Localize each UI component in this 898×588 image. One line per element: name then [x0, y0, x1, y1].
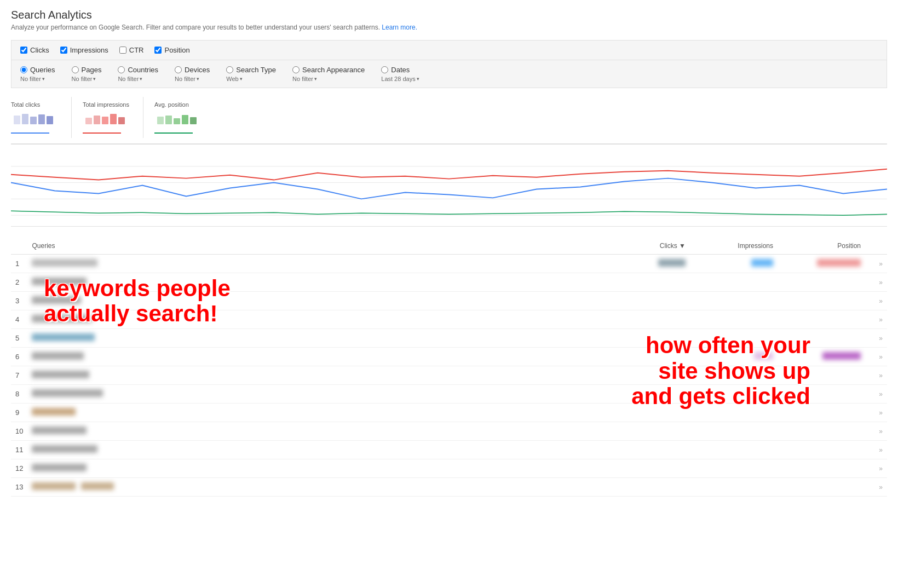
table-row: 4 » [11, 310, 887, 329]
row-number: 2 [11, 273, 27, 292]
filter-dates[interactable]: Dates Last 28 days ▾ [381, 66, 419, 82]
clicks-checkbox[interactable]: Clicks [20, 46, 49, 54]
filter-countries[interactable]: Countries No filter ▾ [118, 66, 158, 82]
table-row: 5 » [11, 329, 887, 348]
position-cell [778, 403, 865, 422]
table-row: 13 » [11, 478, 887, 497]
impressions-cell [690, 292, 778, 310]
table-row: 7 » [11, 366, 887, 385]
position-cell [778, 478, 865, 497]
query-cell [27, 403, 602, 422]
filter-pages[interactable]: Pages No filter ▾ [72, 66, 102, 82]
row-number: 12 [11, 459, 27, 478]
row-chevron[interactable]: » [865, 348, 887, 366]
table-row: 10 » [11, 422, 887, 441]
row-chevron[interactable]: » [865, 366, 887, 385]
position-cell [778, 366, 865, 385]
row-number: 10 [11, 422, 27, 441]
data-table: Queries Clicks ▼ Impressions Position 1 … [11, 238, 887, 497]
svg-rect-4 [47, 116, 53, 124]
clicks-cell [602, 366, 690, 385]
row-chevron[interactable]: » [865, 441, 887, 459]
stats-cards: Total clicks Total impressions Avg. [11, 97, 887, 145]
position-cell [778, 348, 865, 366]
row-number: 13 [11, 478, 27, 497]
filter-devices[interactable]: Devices No filter ▾ [175, 66, 210, 82]
svg-rect-10 [157, 117, 164, 124]
impressions-cell [690, 422, 778, 441]
clicks-cell [602, 441, 690, 459]
query-cell [27, 385, 602, 403]
position-cell [778, 385, 865, 403]
table-row: 12 » [11, 459, 887, 478]
svg-rect-1 [22, 114, 28, 124]
position-cell [778, 329, 865, 348]
clicks-cell [602, 422, 690, 441]
svg-rect-12 [174, 118, 180, 124]
position-checkbox[interactable]: Position [154, 46, 189, 54]
impressions-cell [690, 348, 778, 366]
svg-rect-8 [110, 114, 117, 124]
row-number: 7 [11, 366, 27, 385]
impressions-cell [690, 273, 778, 292]
row-chevron[interactable]: » [865, 310, 887, 329]
svg-rect-9 [118, 117, 125, 124]
position-cell [778, 459, 865, 478]
svg-rect-13 [182, 115, 188, 124]
svg-rect-14 [190, 117, 197, 124]
position-cell [778, 255, 865, 273]
position-cell [778, 441, 865, 459]
table-row: 2 » [11, 273, 887, 292]
impressions-cell [690, 310, 778, 329]
impressions-cell [690, 255, 778, 273]
learn-more-link[interactable]: Learn more. [382, 24, 417, 31]
impressions-cell [690, 329, 778, 348]
col-num-header [11, 238, 27, 255]
clicks-cell [602, 329, 690, 348]
row-chevron[interactable]: » [865, 255, 887, 273]
row-number: 4 [11, 310, 27, 329]
impressions-cell [690, 403, 778, 422]
clicks-cell [602, 478, 690, 497]
position-cell [778, 292, 865, 310]
svg-rect-5 [85, 118, 92, 124]
filter-queries[interactable]: Queries No filter ▾ [20, 66, 55, 82]
col-impressions-header[interactable]: Impressions [690, 238, 778, 255]
row-chevron[interactable]: » [865, 422, 887, 441]
stat-total-impressions: Total impressions [83, 97, 143, 138]
ctr-checkbox[interactable]: CTR [119, 46, 144, 54]
row-chevron[interactable]: » [865, 292, 887, 310]
clicks-cell [602, 255, 690, 273]
position-cell [778, 310, 865, 329]
table-row: 8 » [11, 385, 887, 403]
query-cell [27, 348, 602, 366]
row-chevron[interactable]: » [865, 459, 887, 478]
col-actions-header [865, 238, 887, 255]
clicks-cell [602, 348, 690, 366]
stat-avg-position: Avg. position [154, 97, 215, 138]
filter-bar: Queries No filter ▾ Pages No filter ▾ Co… [11, 60, 887, 88]
row-chevron[interactable]: » [865, 403, 887, 422]
query-cell [27, 292, 602, 310]
row-chevron[interactable]: » [865, 273, 887, 292]
row-number: 9 [11, 403, 27, 422]
col-clicks-header[interactable]: Clicks ▼ [602, 238, 690, 255]
stat-total-clicks: Total clicks [11, 97, 72, 138]
filter-search-type[interactable]: Search Type Web ▾ [226, 66, 276, 82]
col-position-header[interactable]: Position [778, 238, 865, 255]
row-chevron[interactable]: » [865, 385, 887, 403]
table-row: 3 » [11, 292, 887, 310]
row-chevron[interactable]: » [865, 329, 887, 348]
query-cell [27, 459, 602, 478]
clicks-cell [602, 403, 690, 422]
filter-search-appearance[interactable]: Search Appearance No filter ▾ [292, 66, 365, 82]
query-cell [27, 329, 602, 348]
impressions-checkbox[interactable]: Impressions [60, 46, 108, 54]
svg-rect-3 [38, 114, 45, 124]
row-number: 8 [11, 385, 27, 403]
row-chevron[interactable]: » [865, 478, 887, 497]
impressions-cell [690, 385, 778, 403]
col-queries-header: Queries [27, 238, 602, 255]
query-cell [27, 310, 602, 329]
position-cell [778, 422, 865, 441]
